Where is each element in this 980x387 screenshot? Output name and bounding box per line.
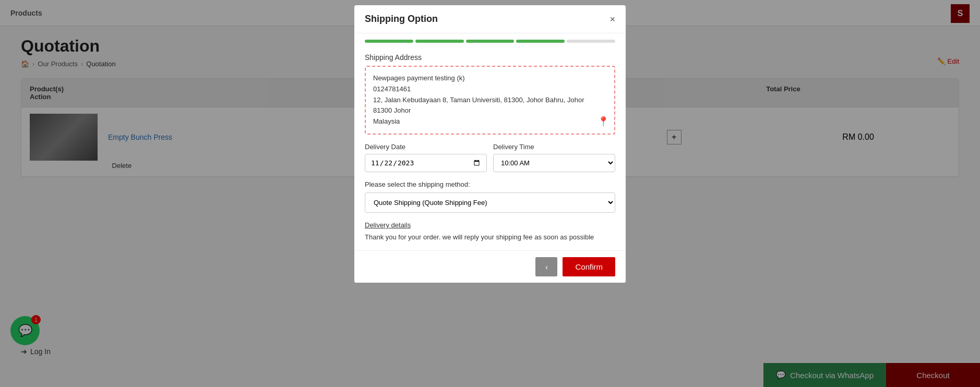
delivery-row: Delivery Date Delivery Time 10:00 AM 11:… [365, 143, 615, 172]
delivery-date-input[interactable] [365, 154, 487, 172]
address-line3: 12, Jalan Kebudayaan 8, Taman Universiti… [373, 95, 607, 106]
map-pin-icon: 📍 [597, 114, 609, 129]
progress-steps [354, 33, 626, 47]
shipping-address-box: Newpages payment testing (k) 0124781461 … [365, 66, 615, 135]
shipping-method-select[interactable]: Quote Shipping (Quote Shipping Fee) Stan… [365, 192, 615, 213]
shipping-method-label: Please select the shipping method: [365, 180, 615, 188]
delivery-time-label: Delivery Time [493, 143, 615, 151]
confirm-button[interactable]: Confirm [563, 257, 615, 276]
step-2 [415, 40, 464, 43]
back-button[interactable]: ‹ [535, 257, 557, 276]
step-3 [466, 40, 515, 43]
modal-close-button[interactable]: × [609, 15, 615, 24]
modal-header: Shipping Option × [354, 5, 626, 33]
modal-overlay: Shipping Option × Shipping Address Newpa… [0, 0, 980, 387]
address-line4: 81300 Johor [373, 105, 607, 116]
delivery-time-group: Delivery Time 10:00 AM 11:00 AM 12:00 PM… [493, 143, 615, 172]
step-4 [516, 40, 565, 43]
modal-footer: ‹ Confirm [354, 250, 626, 283]
step-5 [567, 40, 615, 43]
delivery-date-group: Delivery Date [365, 143, 487, 172]
delivery-details-link[interactable]: Delivery details [365, 221, 615, 229]
address-line1: Newpages payment testing (k) [373, 73, 607, 84]
delivery-date-label: Delivery Date [365, 143, 487, 151]
shipping-address-label: Shipping Address [365, 53, 615, 62]
delivery-time-select[interactable]: 10:00 AM 11:00 AM 12:00 PM 1:00 PM 2:00 … [493, 154, 615, 172]
address-line2: 0124781461 [373, 84, 607, 95]
modal-title: Shipping Option [365, 14, 438, 25]
shipping-option-modal: Shipping Option × Shipping Address Newpa… [354, 5, 626, 283]
address-line5: Malaysia [373, 116, 607, 127]
delivery-details-text: Thank you for your order. we will reply … [365, 232, 615, 243]
step-1 [365, 40, 413, 43]
modal-body: Shipping Address Newpages payment testin… [354, 47, 626, 250]
